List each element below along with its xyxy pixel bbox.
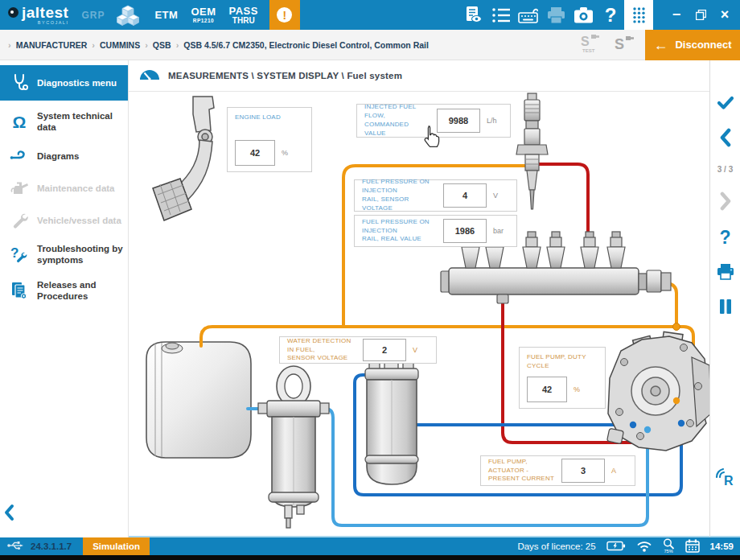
pipe-junction-dot	[673, 323, 680, 331]
oem-rp1210-button[interactable]: OEM RP1210	[191, 6, 216, 24]
sidebar-item-maintenance-data: Maintenance data	[0, 172, 128, 204]
wrench-icon	[8, 211, 31, 230]
wifi-icon	[636, 540, 652, 554]
jaltest-logo: jaltest BYCOJALI	[8, 5, 68, 26]
sidebar-item-diagnostics-menu[interactable]: Diagnostics menu	[0, 65, 128, 101]
etm-button[interactable]: ETM	[154, 10, 178, 20]
troubleshooting-icon: ?	[8, 245, 31, 264]
measurement-box-rail-pressure-real[interactable]: FUEL PRESSURE ON INJECTIONRAIL, REAL VAL…	[354, 215, 517, 247]
s-connector-icon[interactable]: S	[611, 34, 635, 56]
stethoscope-icon	[8, 73, 31, 93]
stest-connector-icon: S TEST	[578, 32, 602, 58]
statusbar: 24.3.1.1.7 Simulation Days of licence: 2…	[0, 537, 740, 555]
sidebar-item-vehicle-vessel-data: Vehicle/vessel data	[0, 204, 128, 237]
measurement-unit: L/h	[487, 117, 503, 125]
breadcrumb: › MANUFACTURER › CUMMINS › QSB › QSB 4.5…	[8, 40, 429, 50]
close-button[interactable]: ×	[713, 0, 737, 30]
report-icon[interactable]	[460, 0, 487, 30]
svg-text:TEST: TEST	[582, 48, 595, 53]
measurement-value: 3	[561, 459, 605, 483]
sidebar-item-system-technical-data[interactable]: Ω System technical data	[0, 104, 128, 140]
version-label: 24.3.1.1.7	[31, 541, 72, 551]
svg-text:S: S	[581, 35, 590, 48]
water-separator-filter	[258, 366, 329, 528]
remote-assistance-icon[interactable]: R	[714, 467, 737, 491]
help-icon[interactable]: ?	[719, 229, 730, 247]
minimize-button[interactable]: −	[664, 0, 689, 30]
wiring-diagram-icon	[8, 146, 31, 166]
right-toolbar: 3 / 3 ?	[709, 60, 740, 537]
camera-icon[interactable]	[569, 0, 597, 30]
measurement-value: 1986	[443, 219, 487, 243]
sidebar-item-diagrams[interactable]: Diagrams	[0, 140, 128, 172]
measurement-box-water-detection[interactable]: WATER DETECTION IN FUEL,SENSOR VOLTAGE 2…	[279, 336, 437, 364]
omega-icon: Ω	[8, 113, 31, 130]
measurement-box-pump-duty-cycle[interactable]: FUEL PUMP, DUTY CYCLE 42 %	[519, 347, 606, 409]
pause-icon[interactable]	[719, 299, 732, 315]
gauge-icon	[139, 68, 160, 84]
fuel-tank	[146, 342, 251, 458]
breadcrumb-cummins[interactable]: CUMMINS	[100, 40, 140, 50]
calendar-icon	[685, 539, 700, 554]
measurement-value: 42	[235, 140, 275, 166]
breadcrumb-system[interactable]: QSB 4.5/6.7 CM2350, Electronic Diesel Co…	[183, 40, 429, 50]
measurement-unit: V	[413, 346, 429, 354]
print-icon[interactable]	[716, 263, 735, 281]
cubes-icon[interactable]	[114, 0, 142, 30]
main-panel: MEASUREMENTS \ SYSTEM DISPLAY \ Fuel sys…	[129, 60, 709, 537]
measurement-unit: V	[493, 191, 509, 200]
breadcrumb-manufacturer[interactable]: MANUFACTURER	[16, 40, 88, 50]
measurement-box-pump-actuator-current[interactable]: FUEL PUMP, ACTUATOR -PRESENT CURRENT 3 A	[480, 455, 635, 486]
injector	[516, 93, 548, 209]
titlebar: jaltest BYCOJALI GRP ETM	[0, 0, 740, 30]
measurement-unit: %	[574, 385, 590, 393]
sidebar-collapse-chevron[interactable]	[3, 504, 16, 525]
page-title: MEASUREMENTS \ SYSTEM DISPLAY \ Fuel sys…	[168, 71, 402, 80]
svg-text:R: R	[724, 474, 734, 488]
alert-icon: !	[277, 7, 292, 23]
measurement-box-engine-load[interactable]: ENGINE LOAD 42 %	[227, 107, 312, 172]
prev-page-icon[interactable]	[718, 128, 733, 147]
screen-edge-strip	[0, 555, 740, 560]
main-header: MEASUREMENTS \ SYSTEM DISPLAY \ Fuel sys…	[129, 60, 709, 92]
fuel-system-diagram: ENGINE LOAD 42 % INJECTED FUEL FLOW,COMM…	[129, 92, 709, 536]
sidebar-item-releases-procedures[interactable]: Releases and Procedures	[0, 273, 128, 309]
measurement-unit: A	[611, 467, 627, 475]
checklist-icon[interactable]	[487, 0, 515, 30]
rail-pressure-sensor	[497, 294, 508, 303]
grp-label: GRP	[81, 10, 105, 21]
brand-text: jaltest	[22, 5, 68, 20]
svg-text:S: S	[615, 36, 624, 52]
measurement-box-injected-fuel-flow[interactable]: INJECTED FUEL FLOW,COMMANDED VALUE 9988 …	[356, 104, 511, 138]
cojali-dot-icon	[8, 7, 18, 18]
sidebar: Diagnostics menu Ω System technical data	[0, 60, 129, 537]
svg-text:?: ?	[10, 245, 18, 261]
fuel-filter	[365, 354, 418, 484]
brand-subtext: BYCOJALI	[38, 21, 69, 26]
restore-button[interactable]	[689, 0, 713, 30]
pass-thru-button[interactable]: PASS THRU	[229, 6, 258, 25]
accelerator-pedal	[153, 97, 214, 220]
high-pressure-pump	[607, 331, 709, 451]
licence-days-label: Days of licence: 25	[517, 541, 595, 551]
printer-icon[interactable]	[542, 0, 569, 30]
sidebar-item-troubleshooting[interactable]: ? Troubleshooting by symptoms	[0, 237, 128, 273]
jaltest-app-window: jaltest BYCOJALI GRP ETM	[0, 0, 740, 560]
measurement-box-rail-pressure-voltage[interactable]: FUEL PRESSURE ON INJECTIONRAIL, SENSOR V…	[354, 179, 517, 212]
keyboard-icon[interactable]	[515, 0, 542, 30]
simulation-badge: Simulation	[83, 537, 150, 555]
app-body: Diagnostics menu Ω System technical data	[0, 60, 740, 537]
usb-icon	[6, 541, 24, 552]
confirm-check-icon[interactable]	[717, 96, 734, 110]
back-arrow-icon: ←	[653, 38, 668, 52]
disconnect-button[interactable]: ← Disconnect	[645, 30, 740, 60]
help-icon[interactable]: ?	[597, 0, 624, 30]
clock-label: 14:59	[710, 541, 734, 551]
next-page-icon	[718, 191, 733, 211]
oil-can-icon	[8, 179, 31, 198]
apps-grid-icon[interactable]	[624, 0, 653, 30]
breadcrumb-caret: ›	[8, 40, 11, 50]
documents-icon	[8, 281, 31, 300]
breadcrumb-qsb[interactable]: QSB	[153, 40, 171, 50]
alert-button[interactable]: !	[269, 0, 300, 30]
